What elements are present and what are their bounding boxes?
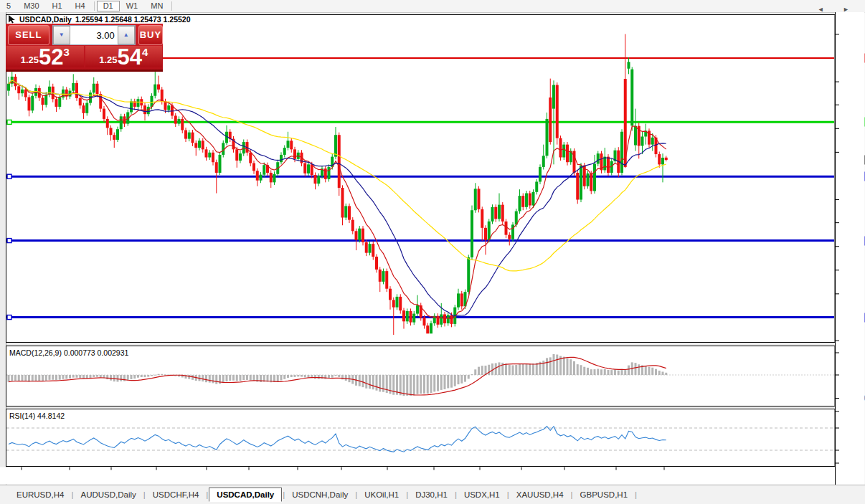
bid-big-digits: 52 xyxy=(39,47,63,67)
volume-stepper: ▼ ▲ xyxy=(52,25,136,45)
chart-title: USDCAD,Daily 1.25594 1.25648 1.25473 1.2… xyxy=(8,15,191,24)
ask-base: 1.25 xyxy=(99,54,117,65)
ask-pip-digit: 4 xyxy=(142,46,148,58)
ask-price[interactable]: 1.25 54 4 xyxy=(85,46,163,67)
bid-pip-digit: 3 xyxy=(63,46,69,58)
chart-ohlc-values: 1.25594 1.25648 1.25473 1.25520 xyxy=(75,15,191,24)
sell-button[interactable]: SELL xyxy=(8,25,49,45)
ask-big-digits: 54 xyxy=(117,47,141,67)
cursor-icon xyxy=(8,15,16,24)
volume-increase-icon[interactable]: ▲ xyxy=(118,26,135,44)
volume-decrease-icon[interactable]: ▼ xyxy=(53,26,70,44)
mt4-window: 5M30H1H4D1W1MN USDCAD,Daily 1.25594 1.25… xyxy=(0,0,865,504)
chart-canvas[interactable] xyxy=(0,0,865,504)
chart-symbol-label: USDCAD,Daily xyxy=(19,15,72,24)
bid-base: 1.25 xyxy=(21,54,39,65)
bid-price[interactable]: 1.25 52 3 xyxy=(6,46,84,67)
volume-input[interactable] xyxy=(70,26,118,44)
macd-label: MACD(12,26,9) 0.000773 0.002931 xyxy=(9,348,128,357)
trade-panel-prices: 1.25 52 3 1.25 54 4 xyxy=(6,46,163,67)
buy-button[interactable]: BUY xyxy=(138,25,163,45)
one-click-trade-panel: SELL ▼ ▲ BUY 1.25 52 3 1.25 54 4 xyxy=(6,24,163,72)
trade-panel-top-row: SELL ▼ ▲ BUY xyxy=(6,25,163,45)
rsi-label: RSI(14) 44.8142 xyxy=(9,412,65,420)
